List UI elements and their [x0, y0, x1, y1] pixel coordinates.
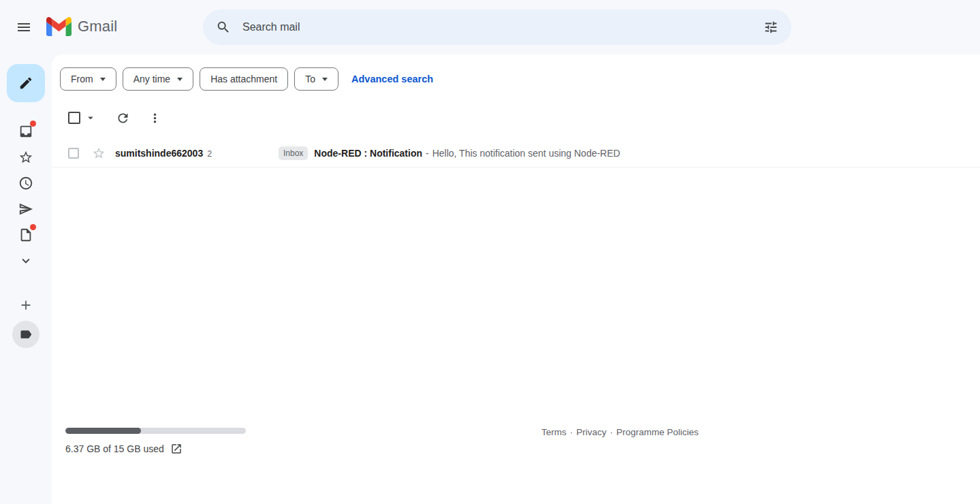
mail-content-panel: From Any time Has attachment To Advanced… — [52, 54, 980, 504]
chevron-down-icon — [322, 78, 328, 81]
email-subject: Node-RED : Notification — [314, 148, 422, 159]
sidebar-item-drafts[interactable] — [11, 222, 41, 248]
sidebar-item-starred[interactable] — [11, 144, 41, 170]
advanced-search-link[interactable]: Advanced search — [351, 74, 433, 84]
sender-name: sumitshinde662003 — [115, 148, 203, 159]
list-toolbar — [52, 108, 980, 128]
sidebar-item-snoozed[interactable] — [11, 170, 41, 196]
inbox-unread-badge — [30, 121, 36, 127]
chip-label: To — [305, 74, 315, 84]
sidebar-item-inbox[interactable] — [11, 119, 41, 144]
filter-chip-from[interactable]: From — [60, 67, 116, 91]
gmail-m-icon — [46, 17, 72, 36]
subject-cell: Node-RED : Notification - Hello, This no… — [314, 148, 620, 159]
drafts-badge — [30, 224, 36, 230]
main-menu-button[interactable] — [7, 11, 40, 44]
gmail-logo[interactable]: Gmail — [46, 17, 117, 36]
plus-icon — [18, 298, 33, 313]
labels-button[interactable] — [12, 321, 39, 348]
select-all-checkbox[interactable] — [68, 112, 80, 124]
search-filter-chips: From Any time Has attachment To Advanced… — [52, 54, 980, 91]
manage-storage-link[interactable] — [170, 443, 183, 455]
footer-links: Terms · Privacy · Programme Policies — [541, 427, 699, 437]
compose-pencil-icon — [18, 76, 33, 91]
hamburger-icon — [16, 19, 32, 35]
storage-progress-fill — [65, 428, 141, 434]
tune-icon — [763, 20, 778, 35]
select-dropdown-button[interactable] — [83, 110, 98, 125]
storage-meter: 6.37 GB of 15 GB used — [65, 428, 246, 455]
footer-separator: · — [610, 427, 614, 437]
more-vert-icon — [148, 111, 162, 125]
chevron-down-icon — [18, 253, 33, 268]
starred-icon — [18, 150, 33, 165]
terms-link[interactable]: Terms — [541, 427, 567, 437]
snippet-separator: - — [426, 148, 429, 159]
storage-progress-track — [65, 428, 246, 434]
search-options-button[interactable] — [755, 11, 787, 44]
refresh-icon — [116, 111, 130, 125]
label-icon — [19, 328, 33, 341]
inbox-label-chip: Inbox — [279, 146, 308, 160]
storage-usage-text: 6.37 GB of 15 GB used — [65, 443, 164, 454]
star-toggle-icon[interactable] — [92, 146, 106, 160]
snoozed-clock-icon — [18, 176, 33, 191]
app-header: Gmail — [0, 0, 980, 54]
open-in-new-icon — [170, 443, 183, 455]
chip-label: Any time — [133, 74, 170, 84]
search-bar — [203, 10, 791, 45]
privacy-link[interactable]: Privacy — [576, 427, 606, 437]
chip-label: Has attachment — [210, 74, 277, 84]
programme-policies-link[interactable]: Programme Policies — [616, 427, 699, 437]
filter-chip-to[interactable]: To — [294, 67, 338, 91]
email-row[interactable]: sumitshinde662003 2 Inbox Node-RED : Not… — [52, 140, 980, 168]
filter-chip-has-attachment[interactable]: Has attachment — [200, 67, 288, 91]
create-label-button[interactable] — [11, 292, 41, 318]
search-button[interactable] — [207, 11, 240, 44]
navigation-rail — [0, 54, 52, 504]
more-options-button[interactable] — [148, 111, 162, 125]
arrow-drop-down-icon — [84, 112, 97, 124]
search-input[interactable] — [240, 10, 755, 45]
chevron-down-icon — [177, 78, 183, 81]
sidebar-item-sent[interactable] — [11, 196, 41, 222]
footer-separator: · — [570, 427, 573, 437]
thread-count: 2 — [207, 149, 212, 159]
refresh-button[interactable] — [116, 111, 130, 125]
chevron-down-icon — [100, 78, 106, 81]
search-icon — [216, 20, 231, 35]
filter-chip-any-time[interactable]: Any time — [123, 67, 193, 91]
compose-button[interactable] — [7, 64, 45, 102]
email-select-checkbox[interactable] — [68, 148, 79, 159]
sidebar-item-more[interactable] — [11, 248, 41, 274]
chip-label: From — [71, 74, 93, 84]
gmail-logo-text: Gmail — [78, 18, 117, 35]
sender-cell: sumitshinde662003 2 — [115, 148, 279, 159]
email-snippet: Hello, This notification sent using Node… — [432, 148, 620, 159]
sent-icon — [18, 202, 33, 217]
